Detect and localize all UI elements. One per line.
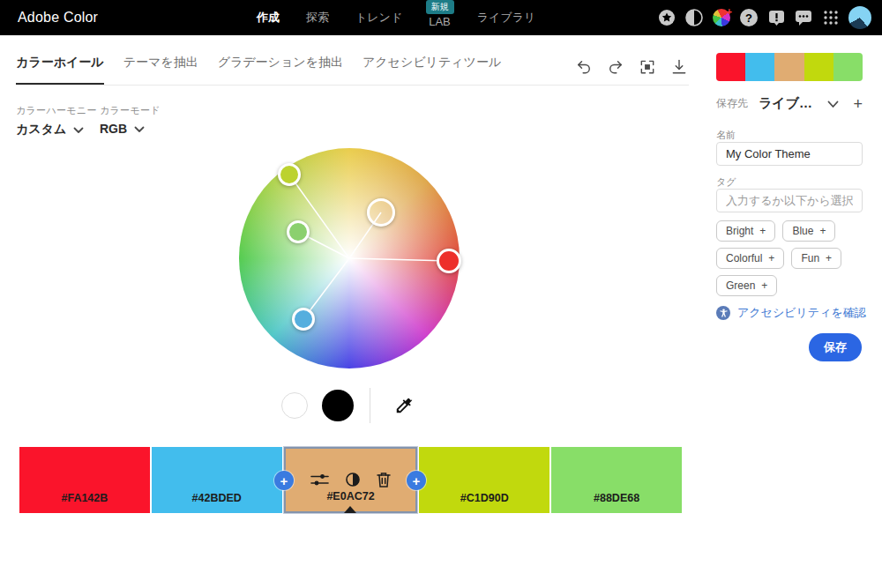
wheel-handle-red[interactable] [437,249,461,273]
tab-extract-gradient[interactable]: グラデーションを抽出 [218,55,343,85]
preview-color-3 [774,53,804,81]
apps-grid-icon[interactable] [821,8,841,27]
color-wheel [239,148,460,368]
swatch-hex-label: #88DE68 [551,492,682,504]
feedback-icon[interactable] [766,8,786,27]
preview-color-5 [833,53,863,81]
save-destination-row: 保存先 ライブ… + [716,95,863,112]
adobe-color-app: Adobe Color 作成 探索 トレンド 新規 LAB ライブラリ + ? [0,0,882,588]
swatch-5[interactable]: #88DE68 [551,447,682,513]
tag-pill-bright[interactable]: Bright+ [716,220,775,242]
tag-label: タグ [716,175,736,189]
wheel-handle-green[interactable] [287,220,310,243]
library-select[interactable]: ライブ… [759,95,812,112]
theme-swatch-strip: #FA142B #42BDED #E0AC72 #C1D90D [19,447,682,513]
color-mode-label: カラーモード [100,104,161,117]
trash-icon[interactable] [377,472,391,488]
add-color-right-button[interactable]: + [407,471,426,490]
wheel-toolbar [573,56,690,78]
plus-icon: + [759,225,766,237]
nav-item-libraries[interactable]: ライブラリ [477,10,536,26]
tab-extract-theme[interactable]: テーマを抽出 [123,55,198,85]
accessibility-check-link[interactable]: アクセシビリティを確認 [716,305,866,321]
swatch-1[interactable]: #FA142B [19,447,150,513]
color-mode-select[interactable]: RGB [100,122,145,136]
chevron-down-icon [73,123,84,137]
swatch-tool-row [286,472,416,488]
plus-icon: + [768,252,774,264]
tag-input[interactable] [716,189,863,212]
help-icon[interactable]: ? [739,8,759,27]
avatar[interactable] [848,6,871,29]
preview-color-2 [745,53,774,81]
harmony-label: カラーハーモニー [16,104,97,117]
contrast-icon[interactable] [346,473,360,487]
tab-bar: カラーホイール テーマを抽出 グラデーションを抽出 アクセシビリティツール [16,55,501,85]
swatch-hex-label: #E0AC72 [286,490,416,502]
swatch-hex-label: #C1D90D [419,492,549,504]
add-color-left-button[interactable]: + [274,471,294,490]
tag-pill-green[interactable]: Green+ [716,275,777,296]
preview-color-4 [804,53,833,81]
suggested-tags: Bright+ Blue+ Colorful+ Fun+ Green+ [716,220,863,296]
eyedropper-icon[interactable] [393,395,415,416]
harmony-select[interactable]: カスタム [16,122,84,138]
nav-menu: 作成 探索 トレンド 新規 LAB ライブラリ [257,0,535,35]
swatch-2[interactable]: #42BDED [152,447,282,513]
download-icon[interactable] [669,56,690,78]
preview-color-1 [716,53,745,81]
undo-icon[interactable] [573,56,594,78]
tab-accessibility-tools[interactable]: アクセシビリティツール [363,55,501,85]
chevron-down-icon [134,122,145,136]
swatch-4[interactable]: #C1D90D [419,447,549,513]
tag-pill-blue[interactable]: Blue+ [782,220,835,242]
brand-logo[interactable]: Adobe Color [18,0,98,35]
name-label: 名前 [716,129,736,142]
tag-pill-fun[interactable]: Fun+ [791,248,841,269]
tag-pill-colorful[interactable]: Colorful+ [716,248,784,269]
plus-icon: + [761,279,767,292]
wheel-handle-yellow-green[interactable] [278,163,301,186]
swatch-hex-label: #FA142B [19,492,150,504]
handle-lines [239,148,460,368]
plus-icon: + [819,225,826,237]
nav-item-explore[interactable]: 探索 [306,10,329,26]
tab-color-wheel[interactable]: カラーホイール [16,55,104,85]
selected-swatch-caret [344,506,356,513]
wheel-handle-tan-selected[interactable] [367,198,395,227]
new-library-button[interactable]: + [853,96,863,112]
color-wheel-icon[interactable]: + [712,8,731,27]
contrast-icon[interactable] [684,8,704,27]
swatch-hex-label: #42BDED [152,492,282,504]
plus-icon: + [826,252,832,264]
nav-icon-group: + ? [657,0,871,35]
theme-preview-strip [716,53,863,81]
fullscreen-icon[interactable] [637,56,658,78]
save-destination-label: 保存先 [716,96,748,111]
save-button[interactable]: 保存 [809,333,862,361]
sliders-icon[interactable] [310,473,329,488]
white-swatch-button[interactable] [281,392,308,419]
chat-icon[interactable] [794,8,813,27]
chevron-down-icon[interactable] [827,96,839,112]
black-swatch-button[interactable] [322,390,354,421]
nav-item-trends[interactable]: トレンド [355,10,402,26]
nav-item-create[interactable]: 作成 [257,10,280,26]
new-badge: 新規 [426,0,454,14]
star-icon[interactable] [657,8,676,27]
nav-item-lab[interactable]: 新規 LAB [429,15,451,28]
tab-divider [16,85,689,86]
theme-name-input[interactable] [716,142,863,166]
wheel-handle-blue[interactable] [292,308,315,331]
swatch-3-selected[interactable]: #E0AC72 [284,447,418,513]
top-nav: Adobe Color 作成 探索 トレンド 新規 LAB ライブラリ + ? [0,0,882,35]
redo-icon[interactable] [605,56,626,78]
accessibility-icon [716,306,730,320]
divider [370,388,370,423]
